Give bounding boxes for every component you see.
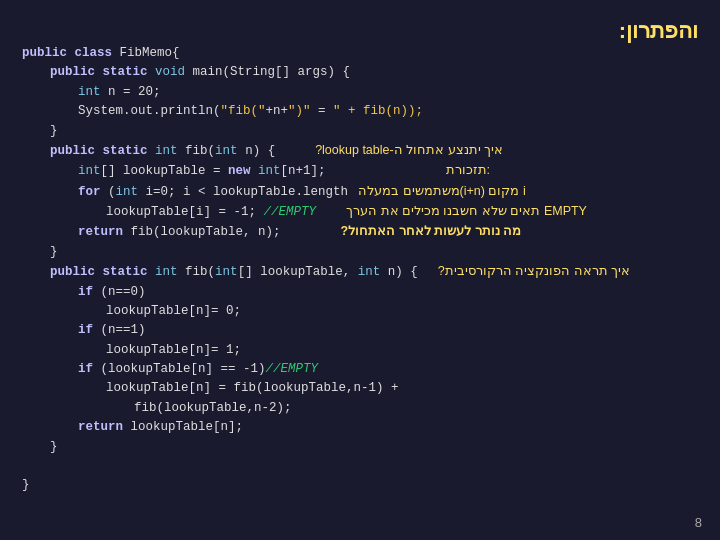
code-line-16: lookupTable[n]= 1; <box>22 341 698 360</box>
code-line-8: for (int i=0; i < lookupTable.lengthמשתמ… <box>22 182 698 202</box>
code-line-18: lookupTable[n] = fib(lookupTable,n-1) + <box>22 379 698 398</box>
code-line-2: public static void main(String[] args) { <box>22 63 698 82</box>
code-line-4: System.out.println("fib("+n+")" = " + fi… <box>22 102 698 121</box>
code-line-1: public class FibMemo{ <box>22 44 698 63</box>
code-line-21: } <box>22 438 698 457</box>
page-number: 8 <box>695 515 702 530</box>
code-line-14: lookupTable[n]= 0; <box>22 302 698 321</box>
code-line-22 <box>22 457 698 476</box>
code-line-11: } <box>22 243 698 262</box>
code-line-17: if (lookupTable[n] == -1)//EMPTY <box>22 360 698 379</box>
title-annotation: והפתרון: <box>22 18 698 44</box>
code-line-15: if (n==1) <box>22 321 698 340</box>
code-line-7: int[] lookupTable = new int[n+1];תזכורת: <box>22 161 698 181</box>
code-line-5: } <box>22 122 698 141</box>
code-line-9: lookupTable[i] = -1; //EMPTYתאים שלא חשב… <box>22 202 698 222</box>
code-block: public class FibMemo{ public static void… <box>22 44 698 496</box>
code-line-19: fib(lookupTable,n-2); <box>22 399 698 418</box>
code-line-20: return lookupTable[n]; <box>22 418 698 437</box>
code-line-12: public static int fib(int[] lookupTable,… <box>22 262 698 282</box>
code-line-10: return fib(lookupTable, n);?מה נותר לעשו… <box>22 222 698 242</box>
code-line-13: if (n==0) <box>22 283 698 302</box>
code-line-6: public static int fib(int n) {?lookup ta… <box>22 141 698 161</box>
slide: והפתרון: public class FibMemo{ public st… <box>0 0 720 540</box>
code-line-23: } <box>22 476 698 495</box>
code-line-3: int n = 20; <box>22 83 698 102</box>
